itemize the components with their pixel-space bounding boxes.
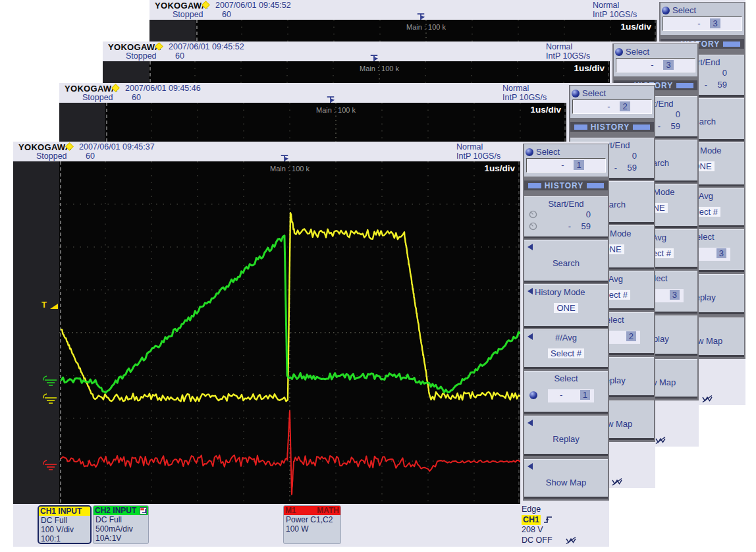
select-value: 1 [580, 390, 590, 400]
trigger-mode-label: Normal [502, 84, 529, 93]
ch2-title: CH2 INPUT [95, 506, 136, 515]
sample-rate-label: IntP 10GS/s [593, 10, 637, 19]
select-knob-panel[interactable]: Select - 1 [524, 144, 608, 177]
datetime-label: 2007/06/01 09:45:52 [215, 1, 291, 10]
waveform-display: Main : 100 k 1us/div [59, 161, 520, 504]
knob-ball-icon [529, 391, 537, 399]
trigger-info: Edge CH1 208 V DC OFF [522, 505, 578, 545]
record-length-label: Main : 100 k [105, 106, 566, 114]
minus-sign: - [561, 160, 564, 170]
softkey-arrow-icon [527, 463, 533, 470]
start-value: 0 [632, 151, 637, 161]
minus-sign: - [658, 121, 661, 131]
softkey-replay[interactable]: Replay [524, 416, 608, 454]
timebase-label: 1us/div [530, 105, 561, 115]
desktop-canvas: YOKOGAWA 2007/06/01 09:45:52 Normal Stop… [0, 0, 756, 552]
scope-header: YOKOGAWA 2007/06/01 09:45:52 Normal Stop… [149, 0, 745, 20]
knob-icon[interactable] [529, 222, 537, 231]
channel-info-bar: CH1 INPUT DC Full 100 V/div 100:1 CH2 IN… [13, 504, 609, 547]
math-scale: 100 W [284, 524, 340, 534]
end-value: 59 [718, 80, 727, 90]
sample-rate-label: IntP 10GS/s [456, 152, 500, 161]
trigger-mode-label: Normal [456, 142, 483, 152]
select-record-value: 3 [710, 18, 720, 28]
softkey-search[interactable]: Search [524, 240, 608, 281]
trigger-level: 208 V [522, 525, 578, 536]
history-title-label: HISTORY [591, 123, 630, 132]
scope-header: YOKOGAWA 2007/06/01 09:45:52 Normal Stop… [103, 41, 699, 61]
menu-decor-block [676, 83, 693, 88]
ch2-scale: 500mA/div [94, 524, 148, 534]
menu-decor-block [528, 183, 541, 188]
minus-sign: - [560, 390, 562, 400]
ch2-probe: 10A:1V [94, 534, 148, 543]
select-record-field[interactable]: - 3 [662, 16, 742, 31]
trigger-type: Edge [522, 505, 578, 515]
minus-sign: - [697, 18, 700, 28]
knob-ball-icon [572, 90, 580, 97]
trigger-source: CH1 [522, 515, 541, 526]
select-knob-panel[interactable]: Select - 3 [614, 44, 697, 76]
math-function: Power C1,C2 [284, 515, 340, 524]
acquisition-status: Stopped [173, 10, 203, 19]
history-title-label: HISTORY [545, 181, 584, 190]
softkey-start-end[interactable]: Start/End 0 - 59 [524, 196, 608, 236]
trigger-mode-label: Normal [546, 42, 572, 51]
softkey-show-map[interactable]: Show Map [524, 459, 608, 497]
knob-icon[interactable] [529, 210, 537, 219]
acquisition-status: Stopped [126, 51, 157, 61]
softkey-arrow-icon [527, 244, 533, 250]
svg-text:T: T [41, 300, 47, 310]
ch1-probe: 100:1 [39, 534, 90, 543]
ch1-coupling: DC Full [39, 516, 90, 525]
start-end-label: Start/End [524, 197, 608, 209]
softkey-avg[interactable]: #/Avg Select # [524, 329, 608, 367]
select-count-button[interactable]: Select # [548, 348, 584, 358]
hf-reject-icon [612, 478, 624, 486]
select-knob-panel[interactable]: Select - 3 [661, 3, 744, 35]
select-record-value: 3 [663, 60, 673, 70]
select-record-value: 1 [574, 160, 583, 170]
start-value: 0 [722, 68, 727, 78]
select-knob-panel[interactable]: Select - 2 [570, 86, 654, 118]
datetime-label: 2007/06/01 09:45:37 [79, 142, 155, 152]
select-record-value: 2 [620, 101, 630, 111]
softkey-arrow-icon [527, 333, 533, 340]
select-label: Select [672, 5, 696, 15]
select-record-field[interactable]: - 2 [572, 99, 652, 114]
waveform-traces [59, 161, 520, 504]
timebase-label: 1us/div [484, 163, 515, 173]
yokogawa-logo: YOKOGAWA [18, 142, 71, 152]
datetime-label: 2007/06/01 09:45:46 [125, 84, 201, 93]
ch1-input-box[interactable]: CH1 INPUT DC Full 100 V/div 100:1 [38, 505, 92, 544]
scope-content: T Main : 100 k 1us/div Select - 1 HISTOR… [13, 161, 609, 504]
yokogawa-logo: YOKOGAWA [65, 84, 117, 94]
history-count: 60 [175, 51, 184, 61]
minus-sign: - [607, 101, 610, 111]
menu-decor-block [587, 183, 604, 188]
timebase-label: 1us/div [574, 63, 605, 73]
select-value-field[interactable]: - 1 [548, 389, 594, 402]
timebase-label: 1us/div [620, 22, 651, 32]
minus-sign: - [568, 221, 571, 231]
select-label: Select [582, 88, 606, 98]
math-title: MATH [317, 506, 339, 515]
yokogawa-logo: YOKOGAWA [108, 42, 161, 52]
knob-ball-icon [615, 48, 623, 56]
datetime-label: 2007/06/01 09:45:52 [169, 42, 244, 51]
minus-sign: - [614, 163, 617, 173]
record-length-label: Main : 100 k [59, 165, 520, 173]
softkey-select[interactable]: Select - 1 [524, 371, 608, 412]
channel-markers: T [13, 161, 59, 504]
ch2-input-box[interactable]: CH2 INPUT DC Full 500mA/div 10A:1V [93, 505, 149, 544]
acquisition-status: Stopped [82, 93, 113, 102]
record-length-label: Main : 100 k [196, 23, 657, 31]
math-box[interactable]: M1 MATH Power C1,C2 100 W [283, 505, 341, 544]
history-menu: Select - 1 HISTORY Start/End 0 [523, 144, 609, 501]
softkey-history-mode[interactable]: History Mode ONE [524, 284, 608, 326]
select-record-field[interactable]: - 1 [526, 158, 606, 173]
select-record-field[interactable]: - 3 [616, 58, 695, 72]
minus-sign: - [705, 80, 707, 90]
scope-window-front: YOKOGAWA 2007/06/01 09:45:37 Normal Stop… [13, 142, 609, 547]
softkey-arrow-icon [527, 288, 533, 294]
